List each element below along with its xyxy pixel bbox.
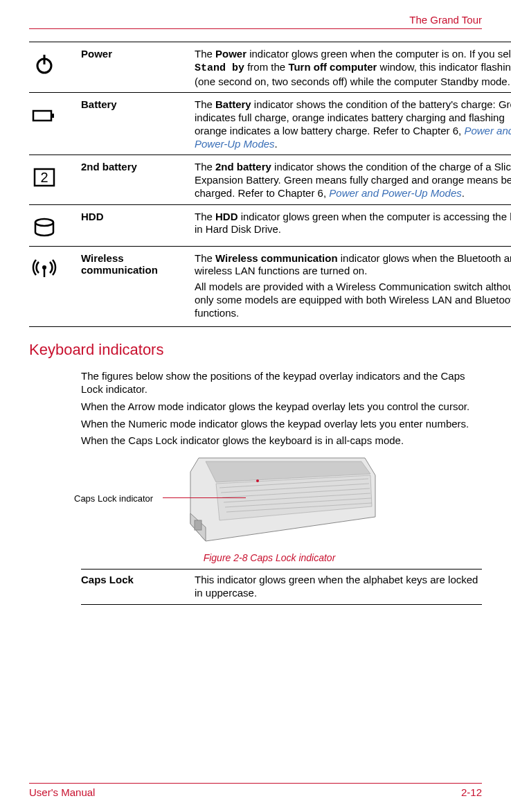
second-battery-icon: 2	[29, 159, 81, 192]
indicator-row-battery: Battery The Battery indicator shows the …	[29, 92, 511, 155]
wireless-icon	[29, 251, 81, 283]
section-heading-keyboard-indicators: Keyboard indicators	[29, 341, 482, 359]
battery-icon	[29, 97, 81, 130]
indicators-table: Power The Power indicator glows green wh…	[81, 42, 511, 327]
link-power-modes[interactable]: Power and Power-Up Modes	[329, 187, 461, 199]
indicator-description: The HDD indicator glows green when the c…	[195, 209, 511, 237]
indicator-description: The Battery indicator shows the conditio…	[195, 97, 511, 150]
svg-point-20	[256, 479, 259, 482]
capslock-row: Caps Lock This indicator glows green whe…	[81, 569, 482, 605]
svg-rect-3	[51, 114, 54, 118]
figure-callout-label: Caps Lock indicator	[74, 493, 153, 504]
indicator-row-2nd-battery: 2 2nd battery The 2nd battery indicator …	[29, 155, 511, 204]
indicator-label: Power	[81, 46, 195, 60]
footer-left: User's Manual	[29, 786, 95, 798]
body-paragraph: When the Numeric mode indicator glows th…	[81, 418, 482, 431]
body-paragraph: When the Caps Lock indicator glows the k…	[81, 434, 482, 448]
figure-caption: Figure 2-8 Caps Lock indicator	[57, 552, 482, 563]
hdd-icon	[29, 209, 81, 242]
svg-text:2: 2	[40, 170, 48, 185]
capslock-description: This indicator glows green when the alph…	[195, 574, 482, 600]
body-paragraph: When the Arrow mode indicator glows the …	[81, 400, 482, 414]
svg-rect-2	[33, 111, 51, 121]
indicator-row-power: Power The Power indicator glows green wh…	[29, 42, 511, 92]
indicator-row-hdd: HDD The HDD indicator glows green when t…	[29, 204, 511, 246]
section-body: The figures below show the positions of …	[81, 370, 482, 448]
indicator-description: The 2nd battery indicator shows the cond…	[195, 159, 511, 200]
indicator-label: HDD	[81, 209, 195, 222]
header-divider	[29, 28, 482, 29]
page-footer: User's Manual 2-12	[29, 783, 482, 798]
indicator-label: 2nd battery	[81, 159, 195, 173]
capslock-table: Caps Lock This indicator glows green whe…	[81, 569, 482, 605]
power-icon	[29, 46, 81, 79]
svg-rect-19	[195, 520, 201, 530]
indicator-row-wireless: Wireless communication The Wireless comm…	[29, 246, 511, 328]
figure-caps-lock: Caps Lock indicator	[81, 454, 482, 547]
capslock-label: Caps Lock	[81, 574, 195, 600]
svg-point-6	[35, 219, 53, 226]
indicator-label: Battery	[81, 97, 195, 110]
laptop-illustration	[185, 454, 379, 545]
body-paragraph: The figures below show the positions of …	[81, 370, 482, 396]
indicator-description: The Wireless communication indicator glo…	[195, 251, 511, 323]
figure-callout-line	[163, 497, 246, 498]
indicator-label: Wireless communication	[81, 251, 195, 276]
indicator-description: The Power indicator glows green when the…	[195, 46, 511, 88]
page-header: The Grand Tour	[29, 14, 482, 26]
footer-right: 2-12	[461, 786, 482, 798]
footer-divider	[29, 783, 482, 784]
